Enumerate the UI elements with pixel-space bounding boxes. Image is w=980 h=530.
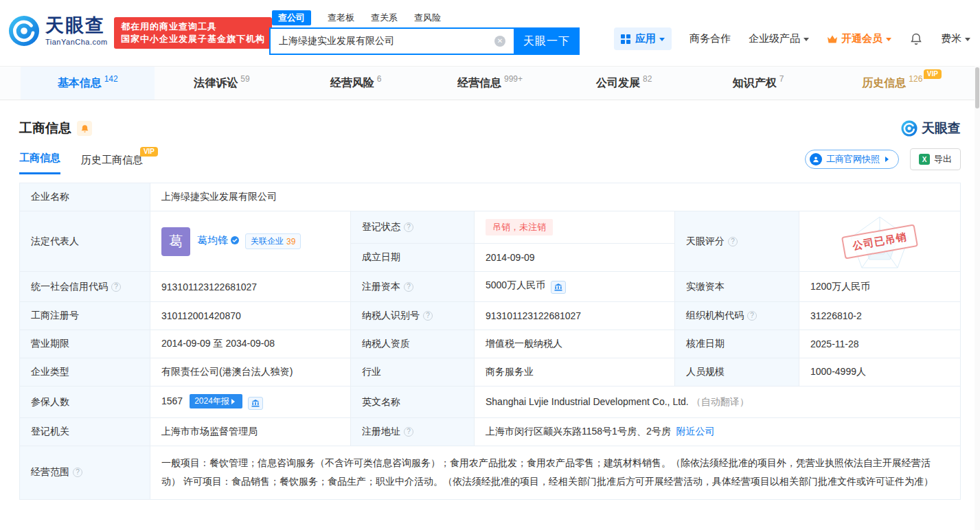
field-label-industry: 行业	[351, 358, 475, 387]
tab-label: 历史信息	[862, 76, 906, 91]
nav-open-vip[interactable]: 开通会员	[827, 32, 891, 45]
logo-text-en: TianYanCha.com	[45, 38, 108, 46]
field-label-taxpayer-id: 纳税人识别号?	[351, 302, 475, 330]
field-value-approval-date: 2025-11-28	[799, 330, 961, 358]
subtab-label: 历史工商信息	[81, 154, 143, 165]
tab-count: 999+	[504, 74, 523, 84]
bank-icon[interactable]	[551, 281, 566, 294]
tab-count: 6	[377, 74, 382, 84]
field-label-staff-size: 人员规模	[675, 358, 799, 387]
legal-rep-link[interactable]: 葛均锋	[197, 234, 228, 246]
search-row: ✕ 天眼一下	[269, 27, 580, 55]
monitor-bell-button[interactable]	[77, 121, 92, 136]
label-text: 纳税人识别号	[362, 310, 420, 321]
nav-user[interactable]: 费米	[941, 32, 970, 45]
search-input[interactable]	[269, 27, 514, 55]
search-tab-relation[interactable]: 查关系	[371, 12, 398, 24]
apps-grid-icon	[621, 34, 630, 44]
field-value-business-scope: 一般项目：餐饮管理；信息咨询服务（不含许可类信息咨询服务）；食用农产品批发；食用…	[150, 446, 961, 500]
value-text: 2025-11-28	[810, 338, 859, 349]
bell-icon	[80, 124, 89, 133]
field-value-company-type: 有限责任公司(港澳台法人独资)	[150, 358, 351, 387]
help-icon[interactable]: ?	[747, 311, 757, 321]
official-snapshot-button[interactable]: 工商官网快照	[805, 150, 899, 169]
logo-text: 天眼查 TianYanCha.com	[45, 16, 108, 46]
nearby-companies-link[interactable]: 附近公司	[676, 426, 714, 437]
tab-intellectual-property[interactable]: 知识产权 7	[691, 67, 825, 100]
promo-banner: 都在用的商业查询工具 国家中小企业发展子基金旗下机构	[114, 17, 272, 49]
table-row: 登记机关 上海市市场监督管理局 注册地址? 上海市闵行区颛兴东路1158号1号房…	[20, 418, 961, 446]
status-badge: 吊销，未注销	[486, 219, 553, 235]
legal-rep-avatar[interactable]: 葛	[161, 227, 190, 256]
nav-enterprise-products[interactable]: 企业级产品	[749, 32, 809, 45]
subtab-business-info[interactable]: 工商信息	[19, 152, 60, 174]
scrollbar-thumb[interactable]	[975, 67, 979, 108]
help-icon[interactable]: ?	[423, 311, 433, 321]
tab-operation-info[interactable]: 经营信息 999+	[423, 67, 557, 100]
tab-legal-litigation[interactable]: 法律诉讼 59	[155, 67, 288, 100]
vip-badge: VIP	[140, 147, 158, 157]
export-button-label: 导出	[934, 153, 952, 165]
search-tab-risk[interactable]: 查风险	[414, 12, 441, 24]
label-text: 法定代表人	[31, 235, 79, 246]
value-text: 上海市市场监督管理局	[161, 426, 258, 437]
help-icon[interactable]: ?	[728, 237, 738, 246]
help-icon[interactable]: ?	[111, 282, 121, 292]
table-row: 企业类型 有限责任公司(港澳台法人独资) 行业 商务服务业 人员规模 1000-…	[20, 358, 961, 387]
tab-count: 126	[909, 74, 922, 84]
export-button[interactable]: X 导出	[910, 148, 961, 170]
help-icon[interactable]: ?	[73, 468, 82, 477]
field-value-reg-status: 吊销，未注销	[475, 211, 675, 244]
search-button[interactable]: 天眼一下	[514, 27, 580, 55]
field-label-org-code: 组织机构代码?	[675, 302, 799, 330]
label-text: 成立日期	[362, 251, 400, 262]
value-text: 1567	[161, 395, 183, 406]
clear-search-icon[interactable]: ✕	[494, 36, 505, 47]
chevron-down-icon	[965, 38, 970, 44]
field-value-staff-size: 1000-4999人	[799, 358, 961, 387]
arrow-right-icon	[885, 157, 891, 162]
annual-report-badge[interactable]: 2024年报	[190, 394, 242, 408]
excel-icon: X	[919, 154, 930, 165]
label-text: 经营范围	[31, 466, 69, 477]
search-area: 查公司 查老板 查关系 查风险 ✕ 天眼一下	[269, 10, 580, 55]
subtab-row: 工商信息 VIP 历史工商信息 工商官网快照 X 导出	[19, 147, 961, 174]
nav-business-cooperation[interactable]: 商务合作	[690, 32, 731, 45]
value-text: 一般项目：餐饮管理；信息咨询服务（不含许可类信息咨询服务）；食用农产品批发；食用…	[161, 457, 933, 487]
help-icon[interactable]: ?	[404, 222, 413, 232]
label-text: 登记机关	[31, 426, 69, 437]
label-text: 参保人数	[31, 396, 69, 407]
subtab-history-business-info[interactable]: VIP 历史工商信息	[81, 154, 143, 174]
field-value-taxpayer-id: 913101123122681027	[475, 302, 675, 330]
label-text: 核准日期	[686, 338, 725, 349]
tianyancha-logo[interactable]: 天眼查 TianYanCha.com	[8, 15, 108, 47]
notification-bell[interactable]	[909, 32, 923, 46]
chevron-down-icon	[886, 38, 891, 44]
tab-basic-info[interactable]: 基本信息 142	[21, 67, 155, 100]
field-value-reg-capital: 5000万人民币	[475, 272, 675, 302]
field-value-industry: 商务服务业	[475, 358, 675, 387]
field-label-approval-date: 核准日期	[675, 330, 799, 358]
tab-company-development[interactable]: 公司发展 82	[557, 67, 691, 100]
page-scrollbar[interactable]	[975, 66, 980, 530]
help-icon[interactable]: ?	[404, 427, 413, 437]
section-header: 工商信息 天眼查	[19, 119, 961, 137]
bank-icon[interactable]	[248, 397, 263, 410]
tab-operation-risk[interactable]: 经营风险 6	[289, 67, 423, 100]
snapshot-button-label: 工商官网快照	[826, 153, 880, 165]
table-row: 统一社会信用代码? 913101123122681027 注册资本? 5000万…	[20, 272, 961, 302]
search-tab-company[interactable]: 查公司	[272, 10, 311, 25]
nav-apps-label: 应用	[635, 32, 656, 45]
top-header: 天眼查 TianYanCha.com 都在用的商业查询工具 国家中小企业发展子基…	[0, 0, 980, 66]
related-companies-label: 关联企业	[251, 235, 284, 247]
tab-history-info[interactable]: VIP 历史信息 126	[825, 67, 959, 100]
field-label-company-type: 企业类型	[20, 358, 150, 387]
arrow-right-icon	[231, 399, 238, 404]
auto-translate-note: （自动翻译）	[692, 396, 749, 407]
label-text: 企业名称	[31, 191, 69, 202]
help-icon[interactable]: ?	[404, 282, 413, 292]
related-companies-chip[interactable]: 关联企业39	[245, 233, 301, 249]
field-value-legal-rep: 葛 葛均锋关联企业39	[150, 211, 351, 272]
nav-apps[interactable]: 应用	[614, 27, 672, 50]
search-tab-boss[interactable]: 查老板	[328, 12, 354, 24]
